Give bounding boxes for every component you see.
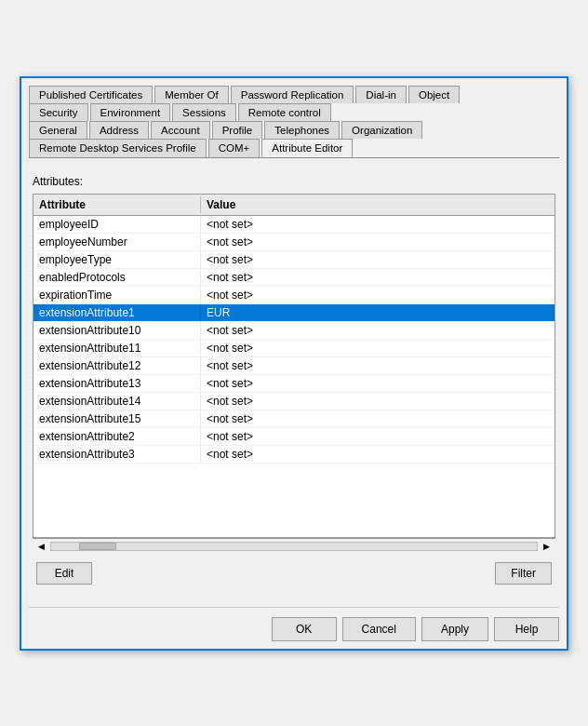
tab-security[interactable]: Security: [29, 103, 88, 121]
cell-attribute: employeeType: [33, 251, 201, 268]
horizontal-scrollbar[interactable]: ◀ ▶: [33, 538, 555, 555]
tab-sessions[interactable]: Sessions: [172, 103, 236, 121]
tab-container: Published Certificates Member Of Passwor…: [29, 86, 559, 158]
scroll-left-icon[interactable]: ◀: [34, 542, 48, 551]
cell-attribute: extensionAttribute11: [33, 340, 201, 356]
ok-button[interactable]: OK: [272, 617, 337, 641]
tab-remote-desktop[interactable]: Remote Desktop Services Profile: [29, 139, 207, 157]
edit-filter-buttons: Edit Filter: [33, 562, 555, 585]
tab-remote-control[interactable]: Remote control: [238, 103, 331, 121]
table-row[interactable]: extensionAttribute14<not set>: [33, 393, 555, 410]
tab-row-2: Security Environment Sessions Remote con…: [29, 103, 559, 121]
cell-value: <not set>: [201, 410, 555, 427]
cell-value: <not set>: [201, 269, 555, 286]
cell-value: <not set>: [201, 322, 555, 339]
column-header-attribute: Attribute: [33, 196, 201, 213]
table-body[interactable]: employeeID<not set>employeeNumber<not se…: [33, 216, 555, 537]
tab-dial-in[interactable]: Dial-in: [355, 86, 407, 103]
edit-button[interactable]: Edit: [36, 562, 92, 585]
table-row[interactable]: employeeNumber<not set>: [33, 234, 555, 251]
table-row[interactable]: extensionAttribute1EUR: [33, 304, 555, 322]
cell-attribute: employeeNumber: [33, 234, 201, 250]
tab-published-certificates[interactable]: Published Certificates: [29, 86, 153, 103]
attributes-heading: Attributes:: [33, 175, 555, 188]
cell-attribute: extensionAttribute12: [33, 357, 201, 374]
help-button[interactable]: Help: [494, 617, 559, 641]
cell-attribute: enabledProtocols: [33, 269, 201, 286]
cell-attribute: extensionAttribute3: [33, 446, 201, 463]
tab-attribute-editor[interactable]: Attribute Editor: [261, 139, 353, 157]
cell-value: <not set>: [201, 428, 555, 445]
cell-value: <not set>: [201, 357, 555, 374]
tab-account[interactable]: Account: [151, 121, 210, 139]
tab-organization[interactable]: Organization: [341, 121, 422, 139]
table-row[interactable]: extensionAttribute11<not set>: [33, 340, 555, 357]
cell-attribute: extensionAttribute1: [33, 304, 201, 321]
tab-general[interactable]: General: [29, 121, 87, 139]
table-header: Attribute Value: [33, 195, 555, 216]
tab-profile[interactable]: Profile: [212, 121, 263, 139]
filter-button[interactable]: Filter: [495, 562, 552, 585]
attributes-table: Attribute Value employeeID<not set>emplo…: [33, 194, 555, 538]
cell-attribute: extensionAttribute10: [33, 322, 201, 339]
table-row[interactable]: extensionAttribute10<not set>: [33, 322, 555, 340]
tab-environment[interactable]: Environment: [90, 103, 171, 121]
cell-value: <not set>: [201, 216, 555, 233]
tab-telephones[interactable]: Telephones: [264, 121, 340, 139]
scroll-spacer: [540, 196, 555, 213]
table-row[interactable]: extensionAttribute3<not set>: [33, 446, 555, 464]
cell-attribute: expirationTime: [33, 287, 201, 303]
table-row[interactable]: employeeType<not set>: [33, 251, 555, 269]
tab-row-1: Published Certificates Member Of Passwor…: [29, 86, 559, 103]
column-header-value: Value: [201, 196, 540, 213]
tab-password-replication[interactable]: Password Replication: [231, 86, 354, 103]
cell-value: <not set>: [201, 287, 555, 303]
apply-button[interactable]: Apply: [421, 617, 488, 641]
table-row[interactable]: expirationTime<not set>: [33, 287, 555, 304]
scroll-track[interactable]: [50, 542, 538, 551]
cancel-button[interactable]: Cancel: [342, 617, 416, 641]
scroll-thumb[interactable]: [79, 543, 116, 550]
table-row[interactable]: extensionAttribute13<not set>: [33, 375, 555, 393]
cell-attribute: extensionAttribute2: [33, 428, 201, 445]
tab-row-4: Remote Desktop Services Profile COM+ Att…: [29, 139, 559, 157]
table-row[interactable]: extensionAttribute2<not set>: [33, 428, 555, 446]
table-row[interactable]: enabledProtocols<not set>: [33, 269, 555, 287]
cell-attribute: extensionAttribute14: [33, 393, 201, 410]
tab-content: Attributes: Attribute Value employeeID<n…: [29, 168, 559, 592]
table-row[interactable]: employeeID<not set>: [33, 216, 555, 234]
tab-row-3: General Address Account Profile Telephon…: [29, 121, 559, 139]
cell-attribute: extensionAttribute15: [33, 410, 201, 427]
cell-value: <not set>: [201, 340, 555, 356]
tab-address[interactable]: Address: [89, 121, 149, 139]
cell-value: EUR: [201, 304, 555, 321]
cell-value: <not set>: [201, 251, 555, 268]
main-dialog: Published Certificates Member Of Passwor…: [20, 76, 568, 651]
bottom-buttons: OK Cancel Apply Help: [29, 607, 559, 641]
table-row[interactable]: extensionAttribute12<not set>: [33, 357, 555, 375]
cell-attribute: employeeID: [33, 216, 201, 233]
tab-object[interactable]: Object: [408, 86, 460, 103]
table-row[interactable]: extensionAttribute15<not set>: [33, 410, 555, 428]
scroll-right-icon[interactable]: ▶: [540, 542, 554, 551]
tab-member-of[interactable]: Member Of: [154, 86, 229, 103]
cell-value: <not set>: [201, 234, 555, 250]
cell-value: <not set>: [201, 393, 555, 410]
tab-com-plus[interactable]: COM+: [208, 139, 261, 157]
cell-value: <not set>: [201, 446, 555, 463]
cell-value: <not set>: [201, 375, 555, 392]
cell-attribute: extensionAttribute13: [33, 375, 201, 392]
